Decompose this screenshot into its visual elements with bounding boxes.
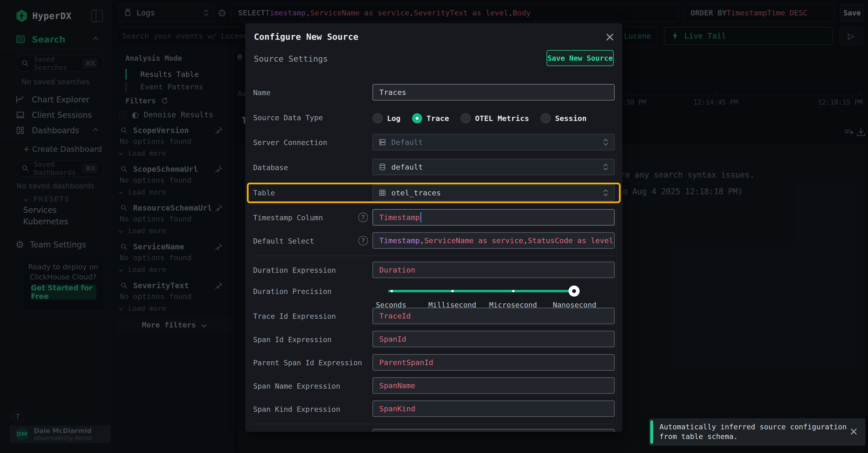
name-value: Traces [379, 88, 406, 97]
database-value: default [391, 163, 423, 171]
configure-source-modal: Configure New Source × Source Settings S… [245, 23, 622, 432]
clipped-input[interactable] [373, 429, 615, 432]
table-value: otel_traces [391, 188, 441, 197]
trace-id-input[interactable]: TraceId [373, 308, 615, 324]
duration-expression-value: Duration [379, 265, 415, 274]
duration-expression-input[interactable]: Duration [373, 262, 615, 278]
code-segment: , [613, 236, 615, 245]
timestamp-column-label: Timestamp Column [253, 214, 323, 222]
name-label: Name [253, 89, 271, 97]
toast-message: Automatically inferred source configurat… [659, 422, 852, 442]
radio-session[interactable]: Session [540, 113, 587, 123]
name-input[interactable]: Traces [373, 84, 615, 100]
code-segment: ServiceName as service [424, 236, 523, 245]
database-select[interactable]: default [373, 159, 615, 175]
radio-checked-icon [412, 113, 422, 123]
select-updown-icon [602, 188, 609, 197]
radio-trace[interactable]: Trace [412, 113, 449, 123]
duration-precision-label: Duration Precision [253, 287, 332, 296]
toast-notification: Automatically inferred source configurat… [649, 418, 865, 446]
default-select-label: Default Select [253, 237, 314, 245]
span-name-value: SpanName [379, 381, 415, 390]
radio-label: OTEL Metrics [475, 114, 529, 123]
section-title: Source Settings [254, 54, 328, 64]
parent-span-id-value: ParentSpanId [379, 358, 433, 367]
code-segment: , [420, 236, 424, 245]
radio-log[interactable]: Log [373, 113, 401, 123]
code-segment: Timestamp [379, 236, 420, 245]
code-segment: , [523, 236, 528, 245]
modal-title: Configure New Source [254, 32, 358, 42]
text-caret [421, 212, 421, 222]
radio-icon [461, 113, 471, 123]
database-label: Database [253, 163, 288, 172]
default-select-input[interactable]: Timestamp, ServiceName as service, Statu… [373, 232, 615, 249]
span-id-label: Span Id Expression [253, 335, 332, 344]
help-icon[interactable]: ? [358, 213, 368, 222]
duration-expression-label: Duration Expression [253, 266, 336, 274]
slider-stop[interactable] [452, 290, 454, 292]
table-icon [378, 189, 386, 197]
help-icon[interactable]: ? [358, 236, 368, 246]
radio-otel-metrics[interactable]: OTEL Metrics [461, 113, 529, 123]
span-name-label: Span Name Expression [253, 382, 340, 390]
database-icon [378, 163, 386, 171]
span-kind-value: SpanKind [379, 404, 415, 413]
radio-icon [540, 113, 551, 123]
save-new-source-button[interactable]: Save New Source [547, 50, 614, 66]
toast-close-icon[interactable]: × [849, 425, 858, 437]
select-updown-icon [602, 163, 609, 171]
span-id-input[interactable]: SpanId [373, 331, 615, 347]
trace-id-value: TraceId [379, 312, 411, 320]
slider-stop[interactable] [391, 290, 393, 292]
span-name-input[interactable]: SpanName [373, 377, 615, 394]
span-kind-label: Span Kind Expression [253, 405, 340, 414]
server-connection-select[interactable]: Default [373, 134, 615, 150]
table-select[interactable]: otel_traces [373, 185, 615, 201]
hyperdx-app: HyperDX Search Saved Searches ⌘K No save… [0, 0, 868, 453]
server-connection-value: Default [391, 138, 423, 147]
radio-label: Log [387, 114, 401, 123]
span-kind-input[interactable]: SpanKind [373, 400, 615, 417]
server-connection-label: Server Connection [253, 138, 327, 147]
radio-label: Session [555, 114, 587, 123]
radio-label: Trace [427, 114, 449, 123]
radio-icon [373, 113, 383, 123]
duration-precision-slider[interactable] [388, 290, 577, 292]
timestamp-column-input[interactable]: Timestamp [373, 209, 615, 226]
server-icon [378, 138, 386, 146]
span-id-value: SpanId [379, 335, 406, 343]
table-label: Table [253, 189, 275, 197]
slider-thumb[interactable] [568, 286, 580, 297]
close-icon[interactable]: × [604, 29, 615, 44]
code-segment: StatusCode as level [528, 236, 613, 245]
source-data-type-group: Log Trace OTEL Metrics Session [373, 112, 587, 125]
parent-span-id-input[interactable]: ParentSpanId [373, 354, 615, 370]
timestamp-column-value: Timestamp [379, 213, 420, 222]
parent-span-id-label: Parent Span Id Expression [253, 359, 362, 367]
trace-id-label: Trace Id Expression [253, 312, 336, 321]
slider-stop[interactable] [512, 290, 515, 292]
select-updown-icon [602, 138, 609, 147]
toast-accent-bar [650, 420, 653, 444]
source-data-type-label: Source Data Type [253, 114, 323, 122]
